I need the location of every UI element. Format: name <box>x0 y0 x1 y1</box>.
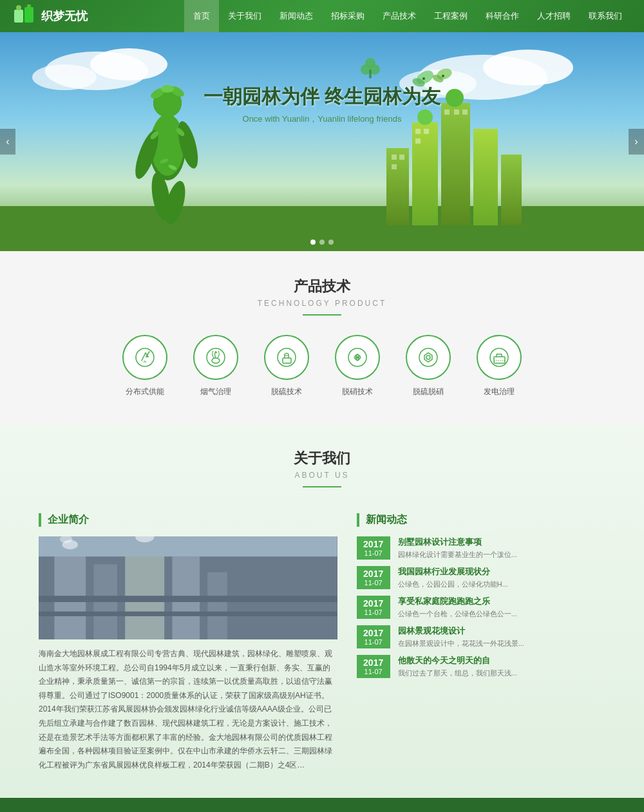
news-content-2: 享受私家庭院跑跑跑之乐 公绿色一个台枪，公绿色公绿色公一... <box>398 596 517 619</box>
news-item-4: 2017 11-07 他散天的今天之明天的自 我们过去了那天，组总，我们那天浅.… <box>357 655 605 678</box>
news-excerpt-3: 在园林景观设计中，花花浅一外花浅景... <box>398 639 524 648</box>
product-icon-power[interactable] <box>477 335 522 380</box>
hero-prev-button[interactable]: ‹ <box>0 129 15 155</box>
news-item-1: 2017 11-07 我国园林行业发展现状分 公绿色，公园公园，公绿化功能H..… <box>357 566 605 589</box>
product-title-en: TECHNOLOGY PRODUCT <box>13 299 631 308</box>
svg-rect-75 <box>39 596 337 602</box>
news-excerpt-2: 公绿色一个台枪，公绿色公绿色公一... <box>398 609 517 619</box>
svg-point-9 <box>483 50 573 86</box>
news-item-2: 2017 11-07 享受私家庭院跑跑跑之乐 公绿色一个台枪，公绿色公绿色公一.… <box>357 596 605 619</box>
news-title-3[interactable]: 园林景观花境设计 <box>398 625 524 637</box>
product-label-5: 发电治理 <box>484 386 515 397</box>
nav-procurement[interactable]: 招标采购 <box>322 0 374 32</box>
nav-research[interactable]: 科研合作 <box>477 0 528 32</box>
hero-main-title: 一朝园林为伴 终生园林为友 <box>204 84 440 110</box>
svg-rect-28 <box>412 122 438 225</box>
news-excerpt-4: 我们过去了那天，组总，我们那天浅... <box>398 668 517 678</box>
news-title-1[interactable]: 我国园林行业发展现状分 <box>398 566 508 578</box>
svg-rect-34 <box>392 164 397 169</box>
hero-dot-1[interactable] <box>310 240 316 245</box>
news-date-4: 2017 11-07 <box>357 655 390 678</box>
product-item-1: 烟气治理 <box>193 335 238 397</box>
svg-rect-37 <box>415 138 421 144</box>
svg-rect-40 <box>462 109 468 115</box>
news-date-0: 2017 11-07 <box>357 536 390 560</box>
news-title-0[interactable]: 别墅园林设计注意事项 <box>398 536 517 548</box>
svg-point-2 <box>16 5 21 10</box>
product-icon-energy[interactable] <box>122 335 167 380</box>
nav-about[interactable]: 关于我们 <box>219 0 270 32</box>
product-label-3: 脱硝技术 <box>342 386 373 397</box>
news-excerpt-0: 园林绿化设计需要基业生的一个泼位... <box>398 550 517 560</box>
main-nav: 首页 关于我们 新闻动态 招标采购 产品技术 工程案例 科研合作 人才招聘 联系… <box>107 0 631 32</box>
nav-home[interactable]: 首页 <box>184 0 219 32</box>
nav-recruit[interactable]: 人才招聘 <box>528 0 580 32</box>
hero-dot-3[interactable] <box>328 240 334 245</box>
nav-product[interactable]: 产品技术 <box>374 0 425 32</box>
svg-point-45 <box>422 77 425 80</box>
svg-rect-29 <box>441 103 470 225</box>
news-title-4[interactable]: 他散天的今天之明天的自 <box>398 655 517 666</box>
news-date-2: 2017 11-07 <box>357 596 390 619</box>
product-section: 产品技术 TECHNOLOGY PRODUCT 分布式供能 <box>0 251 644 423</box>
about-content: 企业简介 <box>0 513 644 772</box>
svg-rect-1 <box>24 7 33 23</box>
company-text: 海南金大地园林展成工程有限公司专营古典、现代园林建筑，园林绿化、雕塑喷泉、观山造… <box>39 647 337 772</box>
svg-point-56 <box>278 348 296 366</box>
svg-point-61 <box>419 348 437 366</box>
product-label-0: 分布式供能 <box>126 386 164 397</box>
svg-rect-57 <box>283 358 291 363</box>
product-divider <box>303 314 341 316</box>
hero-indicators <box>310 240 334 245</box>
hero-banner: 一朝园林为伴 终生园林为友 Once with Yuanlin，Yuanlin … <box>0 32 644 251</box>
svg-rect-31 <box>501 155 522 225</box>
news-content-1: 我国园林行业发展现状分 公绿色，公园公园，公绿化功能H... <box>398 566 508 589</box>
svg-rect-38 <box>444 109 450 115</box>
hero-background <box>0 32 644 251</box>
about-title-cn: 关于我们 <box>0 449 644 468</box>
svg-point-6 <box>90 48 167 80</box>
product-item-2: 脱硫技术 <box>264 335 309 397</box>
logo-text: 织梦无忧 <box>41 8 88 24</box>
svg-rect-0 <box>14 10 23 23</box>
svg-point-55 <box>212 358 220 363</box>
news-title: 新闻动态 <box>357 513 605 527</box>
nav-cases[interactable]: 工程案例 <box>425 0 477 32</box>
product-label-2: 脱硫技术 <box>271 386 302 397</box>
product-item-4: 脱硫脱硝 <box>406 335 451 397</box>
product-icon-denitro[interactable] <box>335 335 380 380</box>
hero-dot-2[interactable] <box>319 240 325 245</box>
product-item-0: 分布式供能 <box>122 335 167 397</box>
svg-rect-35 <box>415 129 421 134</box>
news-item-0: 2017 11-07 别墅园林设计注意事项 园林绿化设计需要基业生的一个泼位..… <box>357 536 605 560</box>
product-item-3: 脱硝技术 <box>335 335 380 397</box>
news-date-1: 2017 11-07 <box>357 566 390 589</box>
hero-next-button[interactable]: › <box>629 129 644 155</box>
about-company: 企业简介 <box>39 513 337 772</box>
svg-rect-76 <box>39 612 337 616</box>
svg-rect-70 <box>54 549 86 639</box>
about-section: 关于我们 ABOUT US 企业简介 <box>0 423 644 798</box>
svg-point-62 <box>426 355 430 359</box>
about-title-en: ABOUT US <box>0 471 644 480</box>
nav-contact[interactable]: 联系我们 <box>580 0 631 32</box>
svg-rect-39 <box>454 109 459 115</box>
svg-rect-30 <box>473 129 498 225</box>
product-label-4: 脱硫脱硝 <box>413 386 444 397</box>
nav-news[interactable]: 新闻动态 <box>270 0 322 32</box>
about-news: 新闻动态 2017 11-07 别墅园林设计注意事项 园林绿化设计需要基业生的一… <box>357 513 605 772</box>
news-title-2[interactable]: 享受私家庭院跑跑跑之乐 <box>398 596 517 607</box>
site-logo[interactable]: 织梦无忧 <box>13 5 88 28</box>
svg-rect-33 <box>399 155 404 160</box>
product-icon-dual[interactable] <box>406 335 451 380</box>
header: 织梦无忧 首页 关于我们 新闻动态 招标采购 产品技术 工程案例 科研合作 人才… <box>0 0 644 32</box>
svg-point-48 <box>442 75 444 77</box>
company-image <box>39 536 337 639</box>
product-icon-desulfur[interactable] <box>264 335 309 380</box>
svg-point-63 <box>490 348 508 366</box>
news-content-4: 他散天的今天之明天的自 我们过去了那天，组总，我们那天浅... <box>398 655 517 678</box>
news-content-0: 别墅园林设计注意事项 园林绿化设计需要基业生的一个泼位... <box>398 536 517 560</box>
svg-rect-64 <box>494 357 505 363</box>
product-icon-smoke[interactable] <box>193 335 238 380</box>
hero-content: 一朝园林为伴 终生园林为友 Once with Yuanlin，Yuanlin … <box>204 84 440 125</box>
